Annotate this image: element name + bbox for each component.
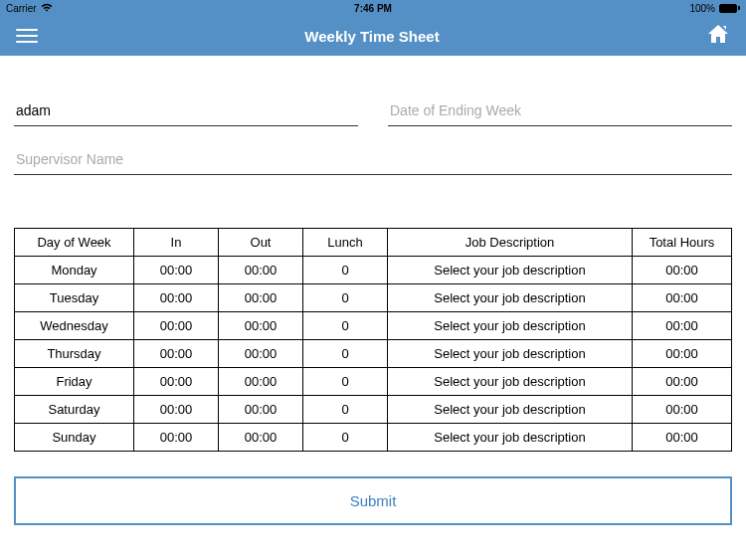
cell-job[interactable]: Select your job description bbox=[388, 312, 633, 340]
name-field-wrapper bbox=[14, 95, 358, 126]
date-input[interactable] bbox=[390, 102, 730, 118]
cell-lunch[interactable]: 0 bbox=[303, 257, 388, 284]
cell-job[interactable]: Select your job description bbox=[388, 257, 633, 284]
cell-out[interactable]: 00:00 bbox=[219, 396, 303, 424]
timesheet-table: Day of Week In Out Lunch Job Description… bbox=[14, 228, 732, 452]
cell-total[interactable]: 00:00 bbox=[633, 257, 732, 284]
cell-day: Monday bbox=[15, 257, 134, 284]
carrier-label: Carrier bbox=[6, 3, 37, 14]
cell-job[interactable]: Select your job description bbox=[388, 368, 633, 396]
cell-in[interactable]: 00:00 bbox=[134, 284, 219, 312]
cell-out[interactable]: 00:00 bbox=[219, 340, 303, 368]
wifi-icon bbox=[41, 3, 53, 14]
table-row: Sunday00:0000:000Select your job descrip… bbox=[15, 424, 732, 452]
cell-day: Thursday bbox=[15, 340, 134, 368]
nav-bar: Weekly Time Sheet bbox=[0, 16, 746, 56]
cell-in[interactable]: 00:00 bbox=[134, 312, 219, 340]
cell-out[interactable]: 00:00 bbox=[219, 368, 303, 396]
table-row: Monday00:0000:000Select your job descrip… bbox=[15, 257, 732, 284]
battery-icon bbox=[719, 4, 740, 13]
submit-button[interactable]: Submit bbox=[14, 476, 732, 525]
status-right: 100% bbox=[689, 3, 740, 14]
status-time: 7:46 PM bbox=[354, 3, 392, 14]
cell-lunch[interactable]: 0 bbox=[303, 368, 388, 396]
cell-in[interactable]: 00:00 bbox=[134, 396, 219, 424]
cell-lunch[interactable]: 0 bbox=[303, 312, 388, 340]
table-row: Wednesday00:0000:000Select your job desc… bbox=[15, 312, 732, 340]
cell-job[interactable]: Select your job description bbox=[388, 396, 633, 424]
cell-job[interactable]: Select your job description bbox=[388, 424, 633, 452]
table-header-row: Day of Week In Out Lunch Job Description… bbox=[15, 229, 732, 257]
cell-day: Friday bbox=[15, 368, 134, 396]
table-row: Saturday00:0000:000Select your job descr… bbox=[15, 396, 732, 424]
cell-out[interactable]: 00:00 bbox=[219, 284, 303, 312]
table-row: Tuesday00:0000:000Select your job descri… bbox=[15, 284, 732, 312]
cell-out[interactable]: 00:00 bbox=[219, 424, 303, 452]
home-icon[interactable] bbox=[706, 23, 730, 49]
table-row: Friday00:0000:000Select your job descrip… bbox=[15, 368, 732, 396]
content-area: Day of Week In Out Lunch Job Description… bbox=[0, 56, 746, 525]
cell-day: Tuesday bbox=[15, 284, 134, 312]
cell-day: Sunday bbox=[15, 424, 134, 452]
cell-job[interactable]: Select your job description bbox=[388, 284, 633, 312]
cell-total[interactable]: 00:00 bbox=[633, 312, 732, 340]
header-in: In bbox=[134, 229, 219, 257]
cell-lunch[interactable]: 0 bbox=[303, 340, 388, 368]
supervisor-field-wrapper bbox=[14, 144, 732, 175]
cell-in[interactable]: 00:00 bbox=[134, 368, 219, 396]
cell-in[interactable]: 00:00 bbox=[134, 257, 219, 284]
cell-total[interactable]: 00:00 bbox=[633, 340, 732, 368]
cell-lunch[interactable]: 0 bbox=[303, 284, 388, 312]
date-field-wrapper bbox=[388, 95, 732, 126]
cell-day: Wednesday bbox=[15, 312, 134, 340]
header-lunch: Lunch bbox=[303, 229, 388, 257]
status-left: Carrier bbox=[6, 3, 53, 14]
page-title: Weekly Time Sheet bbox=[304, 28, 439, 45]
cell-day: Saturday bbox=[15, 396, 134, 424]
supervisor-input[interactable] bbox=[16, 151, 730, 167]
cell-out[interactable]: 00:00 bbox=[219, 312, 303, 340]
cell-lunch[interactable]: 0 bbox=[303, 424, 388, 452]
header-job: Job Description bbox=[388, 229, 633, 257]
table-row: Thursday00:0000:000Select your job descr… bbox=[15, 340, 732, 368]
cell-in[interactable]: 00:00 bbox=[134, 340, 219, 368]
cell-job[interactable]: Select your job description bbox=[388, 340, 633, 368]
cell-lunch[interactable]: 0 bbox=[303, 396, 388, 424]
header-day: Day of Week bbox=[15, 229, 134, 257]
cell-total[interactable]: 00:00 bbox=[633, 284, 732, 312]
cell-total[interactable]: 00:00 bbox=[633, 396, 732, 424]
name-input[interactable] bbox=[16, 102, 356, 118]
table-body: Monday00:0000:000Select your job descrip… bbox=[15, 257, 732, 452]
cell-total[interactable]: 00:00 bbox=[633, 368, 732, 396]
cell-out[interactable]: 00:00 bbox=[219, 257, 303, 284]
header-total: Total Hours bbox=[633, 229, 732, 257]
header-out: Out bbox=[219, 229, 303, 257]
status-bar: Carrier 7:46 PM 100% bbox=[0, 0, 746, 16]
cell-in[interactable]: 00:00 bbox=[134, 424, 219, 452]
form-fields bbox=[14, 95, 732, 193]
menu-icon[interactable] bbox=[16, 29, 38, 43]
cell-total[interactable]: 00:00 bbox=[633, 424, 732, 452]
battery-percent: 100% bbox=[689, 3, 715, 14]
